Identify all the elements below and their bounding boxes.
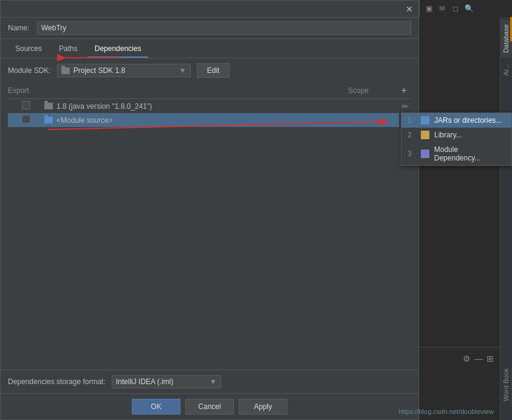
apply-button[interactable]: Apply	[239, 399, 287, 415]
right-panel: ▣ ✉ ◻ 🔍 ⚙ — ⊞ Database Ar...	[419, 0, 512, 420]
storage-format-row: Dependencies storage format: IntelliJ ID…	[1, 370, 418, 393]
project-structure-dialog: ✕ Name: Sources Paths Dependencies Modul…	[0, 0, 419, 420]
tabs-bar: Sources Paths Dependencies	[1, 39, 418, 58]
tab-dependencies[interactable]: Dependencies	[87, 41, 149, 58]
url-bar: https://blog.csdn.net/doubleview	[398, 408, 494, 415]
window-icon-btn[interactable]: ◻	[450, 3, 461, 14]
table-body: 1.8 (java version "1.8.0_241") <Module s…	[8, 99, 399, 370]
row-name-cell: 1.8 (java version "1.8.0_241")	[44, 102, 336, 111]
module-source-row-label: <Module source>	[56, 116, 113, 125]
storage-format-select[interactable]: IntelliJ IDEA (.iml) ▼	[112, 375, 221, 388]
jdk-row-label: 1.8 (java version "1.8.0_241")	[56, 102, 152, 111]
folder-icon-btn[interactable]: ▣	[423, 3, 434, 14]
table-row[interactable]: <Module source>	[8, 113, 399, 127]
module-source-folder-icon	[44, 117, 53, 123]
mail-icon-btn[interactable]: ✉	[437, 3, 448, 14]
module-sdk-row: Module SDK: Project SDK 1.8 ▼ Edit	[1, 58, 418, 83]
table-header: Export Scope +	[8, 83, 411, 99]
export-column-header: Export	[8, 86, 44, 95]
url-text: https://blog.csdn.net/doubleview	[398, 408, 494, 415]
name-label: Name:	[8, 24, 32, 32]
close-button[interactable]: ✕	[404, 4, 415, 15]
search-icon-btn[interactable]: 🔍	[463, 3, 474, 14]
module-sdk-label: Module SDK:	[8, 66, 51, 75]
tab-sources[interactable]: Sources	[8, 41, 49, 58]
dropdown-item-library[interactable]: 2 Library...	[401, 128, 511, 142]
dropdown-item-number: 2	[408, 131, 416, 139]
add-dependency-button[interactable]: +	[397, 85, 411, 96]
jars-icon	[421, 116, 429, 125]
dropdown-item-label: Library...	[434, 131, 462, 139]
row-export-cell	[8, 115, 44, 125]
storage-format-value: IntelliJ IDEA (.iml)	[116, 377, 174, 386]
right-panel-bottom-icons: ⚙ — ⊞	[423, 351, 496, 366]
edit-row-button[interactable]: ✏	[401, 102, 409, 111]
dropdown-item-label: JARs or directories...	[434, 116, 502, 125]
right-panel-top-icons: ▣ ✉ ◻ 🔍	[423, 3, 474, 14]
dropdown-item-number: 1	[408, 116, 416, 125]
row-name-cell: <Module source>	[44, 116, 336, 125]
add-dependency-dropdown: 1 JARs or directories... 2 Library... 3 …	[401, 112, 512, 166]
table-main: 1.8 (java version "1.8.0_241") <Module s…	[8, 99, 399, 370]
minimize-icon[interactable]: —	[474, 354, 483, 363]
right-panel-main	[419, 17, 500, 347]
scope-column-header: Scope	[348, 86, 397, 95]
dropdown-item-number: 3	[408, 150, 416, 158]
storage-format-label: Dependencies storage format:	[8, 377, 106, 386]
right-panel-sidebar: Database Ar...	[500, 17, 512, 420]
export-checkbox[interactable]	[22, 101, 30, 109]
chevron-down-icon: ▼	[179, 66, 186, 75]
grid-icon[interactable]: ⊞	[486, 354, 494, 363]
table-row[interactable]: 1.8 (java version "1.8.0_241")	[8, 99, 399, 113]
library-icon	[421, 131, 429, 139]
edit-sdk-button[interactable]: Edit	[197, 63, 230, 78]
ok-button[interactable]: OK	[132, 399, 180, 415]
name-row: Name:	[1, 18, 418, 39]
name-input[interactable]	[37, 21, 411, 35]
table-container: 1.8 (java version "1.8.0_241") <Module s…	[8, 99, 411, 370]
module-sdk-select[interactable]: Project SDK 1.8 ▼	[57, 64, 191, 77]
dropdown-item-module-dep[interactable]: 3 Module Dependency...	[401, 142, 511, 165]
sdk-select-value: Project SDK 1.8	[73, 66, 125, 75]
jdk-folder-icon	[44, 103, 53, 109]
cancel-button[interactable]: Cancel	[185, 399, 234, 415]
export-checkbox[interactable]	[22, 115, 30, 123]
module-dep-icon	[421, 150, 429, 158]
row-export-cell	[8, 101, 44, 111]
chevron-down-icon: ▼	[210, 377, 217, 386]
right-panel-top: ▣ ✉ ◻ 🔍	[420, 0, 512, 17]
dropdown-item-jars[interactable]: 1 JARs or directories...	[401, 113, 511, 128]
bottom-button-bar: OK Cancel Apply	[1, 393, 418, 419]
sidebar-tab-ar[interactable]: Ar...	[500, 59, 513, 81]
dropdown-item-label: Module Dependency...	[434, 145, 505, 162]
tab-paths[interactable]: Paths	[52, 41, 85, 58]
settings-icon[interactable]: ⚙	[463, 354, 471, 363]
dependencies-table-area: Export Scope + 1.8 (java	[1, 83, 418, 370]
sdk-folder-icon	[61, 67, 70, 74]
title-bar: ✕	[1, 1, 418, 18]
word-book-tab[interactable]: Word Book	[500, 365, 512, 405]
